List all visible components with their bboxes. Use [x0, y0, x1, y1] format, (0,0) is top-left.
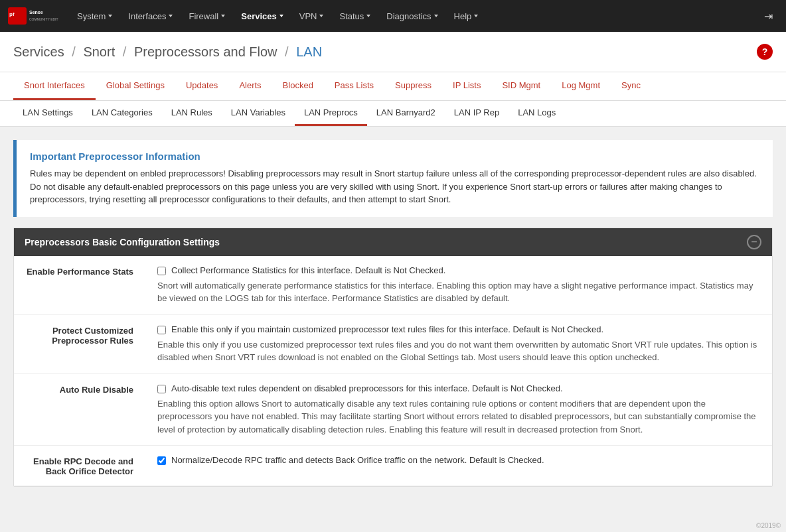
label-auto-rule-disable: Auto Rule Disable: [14, 373, 147, 446]
tab-lan-ip-rep[interactable]: LAN IP Rep: [445, 101, 509, 126]
breadcrumb-sep-2: /: [123, 44, 127, 59]
breadcrumb-sep-3: /: [285, 44, 289, 59]
svg-text:pf: pf: [9, 11, 15, 17]
panel-header: Preprocessors Basic Configuration Settin…: [14, 228, 772, 256]
checkbox-protect-rules[interactable]: [157, 326, 166, 334]
status-caret-icon: [366, 15, 370, 17]
nav-interfaces[interactable]: Interfaces: [120, 0, 181, 32]
checkbox-row-performance: Collect Performance Statistics for this …: [157, 265, 761, 275]
tab-lan-barnyard2[interactable]: LAN Barnyard2: [367, 101, 445, 126]
nav-diagnostics[interactable]: Diagnostics: [378, 0, 445, 32]
secondary-tab-bar: LAN Settings LAN Categories LAN Rules LA…: [0, 101, 786, 127]
nav-firewall[interactable]: Firewall: [181, 0, 233, 32]
logout-button[interactable]: ⇥: [756, 10, 781, 23]
breadcrumb-snort[interactable]: Snort: [83, 44, 115, 59]
control-auto-rule-disable: Auto-disable text rules dependent on dis…: [147, 373, 772, 446]
nav-menu: System Interfaces Firewall Services VPN …: [69, 0, 486, 32]
tab-lan-rules[interactable]: LAN Rules: [162, 101, 222, 126]
checkbox-performance-stats[interactable]: [157, 267, 166, 275]
tab-log-mgmt[interactable]: Log Mgmt: [551, 72, 611, 100]
tab-lan-logs[interactable]: LAN Logs: [509, 101, 565, 126]
breadcrumb-preprocessors[interactable]: Preprocessors and Flow: [134, 44, 277, 59]
panel-collapse-button[interactable]: −: [747, 235, 761, 249]
panel-title: Preprocessors Basic Configuration Settin…: [25, 237, 220, 247]
services-caret-icon: [279, 15, 283, 17]
diagnostics-caret-icon: [434, 15, 438, 17]
info-box-text: Rules may be dependent on enbled preproc…: [30, 167, 759, 206]
tab-snort-interfaces[interactable]: Snort Interfaces: [13, 72, 96, 100]
brand-logo: pf Sense COMMUNITY EDITION: [5, 3, 58, 29]
tab-suppress[interactable]: Suppress: [384, 72, 442, 100]
checkbox-label-protect: Enable this only if you maintain customi…: [171, 324, 603, 334]
checkbox-rpc-decode[interactable]: [157, 456, 166, 465]
svg-text:Sense: Sense: [29, 10, 43, 15]
breadcrumb-sep-1: /: [72, 44, 76, 59]
checkbox-row-rpc: Normalize/Decode RPC traffic and detects…: [157, 455, 761, 465]
table-row: Auto Rule Disable Auto-disable text rule…: [14, 373, 772, 446]
label-protect-rules: Protect Customized Preprocessor Rules: [14, 314, 147, 373]
nav-vpn[interactable]: VPN: [291, 0, 332, 32]
table-row: Enable RPC Decode and Back Orifice Detec…: [14, 446, 772, 486]
tab-lan-preprocs[interactable]: LAN Preprocs: [295, 101, 367, 126]
breadcrumb-current: LAN: [296, 44, 322, 59]
tab-lan-settings[interactable]: LAN Settings: [13, 101, 82, 126]
tab-updates[interactable]: Updates: [175, 72, 228, 100]
desc-protect-rules: Enable this only if you use customized p…: [157, 338, 761, 364]
tab-global-settings[interactable]: Global Settings: [96, 72, 175, 100]
checkbox-auto-rule-disable[interactable]: [157, 385, 166, 393]
checkbox-row-protect: Enable this only if you maintain customi…: [157, 324, 761, 334]
interfaces-caret-icon: [169, 15, 173, 17]
help-caret-icon: [474, 15, 478, 17]
control-protect-rules: Enable this only if you maintain customi…: [147, 314, 772, 373]
checkbox-label-performance: Collect Performance Statistics for this …: [171, 265, 445, 275]
checkbox-row-auto-rule: Auto-disable text rules dependent on dis…: [157, 383, 761, 393]
nav-help[interactable]: Help: [446, 0, 487, 32]
checkbox-label-auto-rule: Auto-disable text rules dependent on dis…: [171, 383, 563, 393]
main-content: Important Preprocessor Information Rules…: [0, 129, 786, 498]
tab-alerts[interactable]: Alerts: [228, 72, 272, 100]
navbar: pf Sense COMMUNITY EDITION System Interf…: [0, 0, 786, 32]
tab-pass-lists[interactable]: Pass Lists: [324, 72, 384, 100]
desc-performance-stats: Snort will automatically generate perfor…: [157, 279, 761, 305]
table-row: Enable Performance Stats Collect Perform…: [14, 256, 772, 315]
nav-system[interactable]: System: [69, 0, 120, 32]
tab-lan-variables[interactable]: LAN Variables: [222, 101, 295, 126]
info-box: Important Preprocessor Information Rules…: [13, 140, 773, 217]
tab-lan-categories[interactable]: LAN Categories: [82, 101, 162, 126]
label-rpc-decode: Enable RPC Decode and Back Orifice Detec…: [14, 446, 147, 486]
control-performance-stats: Collect Performance Statistics for this …: [147, 256, 772, 315]
desc-auto-rule-disable: Enabling this option allows Snort to aut…: [157, 397, 761, 436]
checkbox-label-rpc: Normalize/Decode RPC traffic and detects…: [171, 455, 544, 465]
nav-status[interactable]: Status: [331, 0, 378, 32]
vpn-caret-icon: [319, 15, 323, 17]
panel: Preprocessors Basic Configuration Settin…: [13, 228, 773, 488]
info-box-title: Important Preprocessor Information: [30, 151, 759, 162]
table-row: Protect Customized Preprocessor Rules En…: [14, 314, 772, 373]
tab-ip-lists[interactable]: IP Lists: [442, 72, 491, 100]
settings-table: Enable Performance Stats Collect Perform…: [14, 256, 772, 487]
label-performance-stats: Enable Performance Stats: [14, 256, 147, 315]
firewall-caret-icon: [221, 15, 225, 17]
tab-blocked[interactable]: Blocked: [272, 72, 324, 100]
primary-tab-bar: Snort Interfaces Global Settings Updates…: [0, 72, 786, 101]
breadcrumb-bar: Services / Snort / Preprocessors and Flo…: [0, 32, 786, 72]
help-icon[interactable]: ?: [757, 44, 773, 60]
tab-sid-mgmt[interactable]: SID Mgmt: [491, 72, 551, 100]
breadcrumb-services[interactable]: Services: [13, 44, 64, 59]
svg-text:COMMUNITY EDITION: COMMUNITY EDITION: [29, 17, 58, 21]
control-rpc-decode: Normalize/Decode RPC traffic and detects…: [147, 446, 772, 486]
nav-services[interactable]: Services: [233, 0, 291, 32]
breadcrumb: Services / Snort / Preprocessors and Flo…: [13, 44, 322, 60]
tab-sync[interactable]: Sync: [611, 72, 651, 100]
system-caret-icon: [108, 15, 112, 17]
